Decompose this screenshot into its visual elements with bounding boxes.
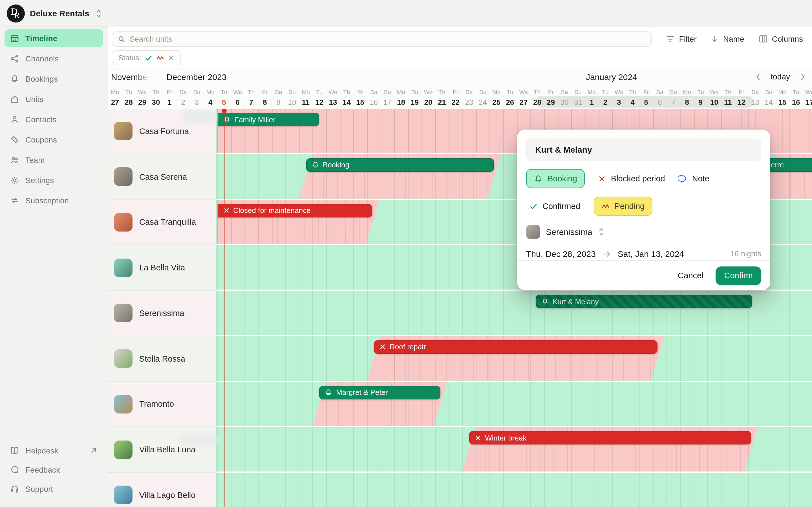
day-number[interactable]: 23 [465, 98, 473, 107]
day-number[interactable]: 17 [384, 98, 392, 107]
confirm-button[interactable]: Confirm [716, 266, 761, 285]
sidebar-item-units[interactable]: Units [4, 90, 103, 108]
day-number[interactable]: 9 [699, 98, 703, 107]
unit-row-tramonto[interactable]: Tramonto [108, 382, 216, 427]
day-number[interactable]: 15 [778, 98, 786, 107]
day-number-today[interactable]: 5 [222, 98, 226, 107]
day-number[interactable]: 27 [520, 98, 528, 107]
unit-row-villa-bella-luna[interactable]: Villa Bella Luna [108, 427, 216, 473]
day-number[interactable]: 25 [492, 98, 500, 107]
sidebar-item-timeline[interactable]: 17Timeline [4, 29, 103, 47]
unit-row-la-bella-vita[interactable]: La Bella Vita [108, 245, 216, 291]
day-number[interactable]: 20 [424, 98, 433, 107]
day-number[interactable]: 13 [751, 98, 759, 107]
day-number[interactable]: 8 [263, 98, 267, 107]
day-number[interactable]: 12 [737, 98, 746, 107]
day-number[interactable]: 6 [658, 98, 662, 107]
sidebar-item-team[interactable]: Team [4, 151, 103, 169]
status-pending-option[interactable]: Pending [594, 196, 652, 216]
day-number[interactable]: 16 [792, 98, 800, 107]
prev-period-icon[interactable] [756, 73, 761, 80]
day-number[interactable]: 9 [276, 98, 281, 107]
unit-selector[interactable]: Serenissima [526, 225, 761, 239]
filter-button[interactable]: Filter [666, 34, 697, 43]
unit-row-casa-serena[interactable]: Casa Serena [108, 154, 216, 200]
day-number[interactable]: 29 [138, 98, 146, 107]
day-number[interactable]: 16 [370, 98, 378, 107]
day-number[interactable]: 28 [533, 98, 541, 107]
unit-row-casa-tranquilla[interactable]: Casa Tranquilla [108, 200, 216, 245]
day-number[interactable]: 31 [574, 98, 582, 107]
day-number[interactable]: 26 [506, 98, 514, 107]
day-number[interactable]: 11 [724, 98, 732, 107]
unit-row-stella-rossa[interactable]: Stella Rossa [108, 336, 216, 382]
status-filter-chip[interactable]: Status: [112, 50, 181, 65]
day-number[interactable]: 14 [765, 98, 773, 107]
type-note-option[interactable]: Note [679, 174, 709, 183]
day-number[interactable]: 14 [343, 98, 351, 107]
end-date[interactable]: Sat, Jan 13, 2024 [618, 249, 684, 259]
sidebar-item-contacts[interactable]: Contacts [4, 110, 103, 128]
sidebar-item-support[interactable]: Support [4, 480, 103, 498]
day-number[interactable]: 4 [208, 98, 212, 107]
day-number[interactable]: 4 [630, 98, 635, 107]
type-booking-option[interactable]: Booking [526, 169, 585, 188]
remove-filter-icon[interactable] [168, 55, 174, 61]
day-number[interactable]: 27 [111, 98, 119, 107]
start-date[interactable]: Thu, Dec 28, 2023 [526, 249, 596, 259]
sidebar-item-subscription[interactable]: Subscription [4, 191, 103, 210]
columns-button[interactable]: Columns [759, 34, 803, 43]
day-number[interactable]: 19 [410, 98, 419, 107]
day-number[interactable]: 1 [590, 98, 594, 107]
day-number[interactable]: 1 [167, 98, 171, 107]
sidebar-item-helpdesk[interactable]: Helpdesk [4, 442, 103, 460]
day-number[interactable]: 2 [181, 98, 185, 107]
day-number[interactable]: 28 [124, 98, 133, 107]
sort-button[interactable]: Name [711, 34, 744, 43]
sidebar-item-channels[interactable]: Channels [4, 50, 103, 68]
day-number[interactable]: 5 [644, 98, 648, 107]
sidebar-item-bookings[interactable]: Bookings [4, 70, 103, 88]
blocked-bar-winter-break[interactable]: Winter break [469, 431, 751, 445]
guest-name-input[interactable]: Kurt & Melany [526, 138, 761, 161]
day-number[interactable]: 8 [685, 98, 689, 107]
day-number[interactable]: 10 [288, 98, 296, 107]
day-number[interactable]: 17 [806, 98, 812, 107]
next-period-icon[interactable] [800, 73, 805, 80]
today-button[interactable]: today [771, 72, 790, 81]
blocked-bar-closed-for-maintenance[interactable]: Closed for maintenance [217, 204, 372, 217]
day-number[interactable]: 3 [195, 98, 199, 107]
day-number[interactable]: 30 [152, 98, 160, 107]
sidebar-item-coupons[interactable]: Coupons [4, 131, 103, 149]
status-confirmed-option[interactable]: Confirmed [526, 202, 580, 211]
day-number[interactable]: 7 [671, 98, 675, 107]
unit-row-serenissima[interactable]: Serenissima [108, 291, 216, 336]
day-number[interactable]: 12 [315, 98, 323, 107]
search-input[interactable]: Search units [112, 31, 652, 47]
day-number[interactable]: 18 [397, 98, 405, 107]
day-number[interactable]: 11 [302, 98, 310, 107]
day-number[interactable]: 3 [617, 98, 621, 107]
booking-bar-kurt-melany[interactable]: Kurt & Melany [536, 295, 752, 308]
booking-bar-margret-peter[interactable]: Margret & Peter [319, 386, 441, 399]
day-number[interactable]: 15 [356, 98, 364, 107]
day-number[interactable]: 6 [236, 98, 240, 107]
day-number[interactable]: 2 [603, 98, 607, 107]
sidebar-item-settings[interactable]: Settings [4, 171, 103, 189]
day-number[interactable]: 13 [329, 98, 337, 107]
day-number[interactable]: 22 [451, 98, 460, 107]
booking-bar-family-miller[interactable]: Family Miller [217, 113, 319, 126]
workspace-switcher[interactable]: DR Deluxe Rentals [0, 0, 108, 27]
blocked-bar-roof-repair[interactable]: Roof repair [374, 340, 658, 354]
unit-row-villa-lago-bello[interactable]: Villa Lago Bello [108, 473, 216, 507]
type-blocked-option[interactable]: Blocked period [599, 174, 665, 183]
sidebar-item-feedback[interactable]: Feedback [4, 461, 103, 479]
day-number[interactable]: 10 [710, 98, 718, 107]
day-number[interactable]: 24 [479, 98, 487, 107]
booking-bar-booking[interactable]: Booking [306, 158, 494, 172]
cancel-button[interactable]: Cancel [678, 271, 703, 280]
day-number[interactable]: 29 [547, 98, 555, 107]
day-number[interactable]: 30 [560, 98, 569, 107]
day-number[interactable]: 21 [438, 98, 446, 107]
day-number[interactable]: 7 [249, 98, 253, 107]
